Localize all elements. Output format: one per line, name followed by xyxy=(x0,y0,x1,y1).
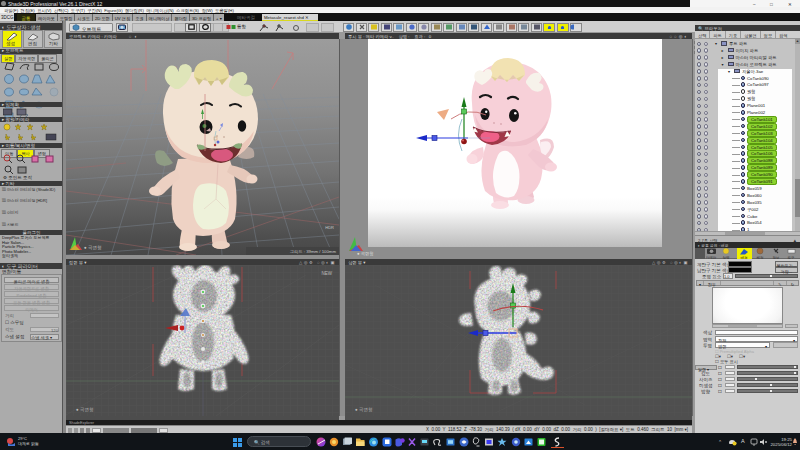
svg-text:● 곡면형: ● 곡면형 xyxy=(355,407,372,412)
svg-text:NEW: NEW xyxy=(322,271,333,276)
svg-text:● 곡면형: ● 곡면형 xyxy=(76,407,93,412)
svg-text:HDR: HDR xyxy=(325,225,334,230)
svg-text:● 곡면형: ● 곡면형 xyxy=(84,245,101,250)
